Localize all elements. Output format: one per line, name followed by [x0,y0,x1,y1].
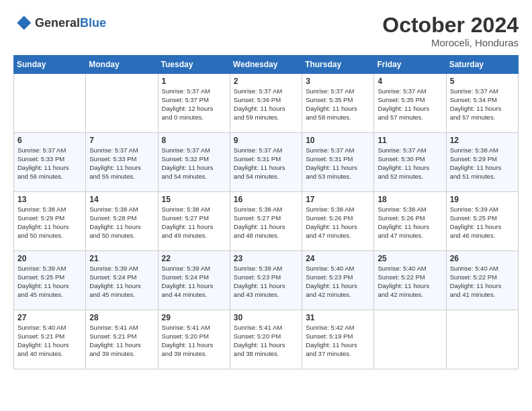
calendar-cell: 27Sunrise: 5:40 AM Sunset: 5:21 PM Dayli… [14,310,86,369]
logo-blue: Blue [80,16,106,30]
logo-icon [13,13,32,32]
day-number: 6 [17,136,82,145]
calendar-cell: 19Sunrise: 5:39 AM Sunset: 5:25 PM Dayli… [446,192,518,251]
day-number: 27 [17,313,82,322]
cell-info: Sunrise: 5:37 AM Sunset: 5:32 PM Dayligh… [162,146,226,181]
day-number: 9 [234,136,298,145]
column-header-saturday: Saturday [446,56,518,74]
calendar-cell: 30Sunrise: 5:41 AM Sunset: 5:20 PM Dayli… [230,310,302,369]
calendar-cell: 21Sunrise: 5:39 AM Sunset: 5:24 PM Dayli… [86,251,158,310]
page-header: GeneralBlue October 2024 Moroceli, Hondu… [13,13,519,48]
day-number: 18 [378,195,442,204]
calendar-cell [86,74,158,133]
title-block: October 2024 Moroceli, Honduras [382,13,519,48]
calendar-cell: 7Sunrise: 5:37 AM Sunset: 5:33 PM Daylig… [86,133,158,192]
day-number: 12 [450,136,515,145]
column-header-sunday: Sunday [14,56,86,74]
cell-info: Sunrise: 5:37 AM Sunset: 5:31 PM Dayligh… [234,146,298,181]
cell-info: Sunrise: 5:38 AM Sunset: 5:26 PM Dayligh… [306,205,370,240]
day-number: 2 [234,77,298,86]
cell-info: Sunrise: 5:38 AM Sunset: 5:28 PM Dayligh… [89,205,154,240]
cell-info: Sunrise: 5:40 AM Sunset: 5:21 PM Dayligh… [17,324,82,358]
cell-info: Sunrise: 5:40 AM Sunset: 5:22 PM Dayligh… [378,265,442,299]
cell-info: Sunrise: 5:39 AM Sunset: 5:25 PM Dayligh… [17,265,82,299]
cell-info: Sunrise: 5:37 AM Sunset: 5:33 PM Dayligh… [17,146,82,181]
cell-info: Sunrise: 5:40 AM Sunset: 5:22 PM Dayligh… [450,265,515,299]
calendar-cell: 15Sunrise: 5:38 AM Sunset: 5:27 PM Dayli… [158,192,230,251]
calendar-table: SundayMondayTuesdayWednesdayThursdayFrid… [13,55,519,369]
day-number: 10 [306,136,370,145]
day-number: 21 [89,254,154,263]
day-number: 11 [378,136,442,145]
calendar-cell: 23Sunrise: 5:39 AM Sunset: 5:23 PM Dayli… [230,251,302,310]
calendar-cell: 9Sunrise: 5:37 AM Sunset: 5:31 PM Daylig… [230,133,302,192]
calendar-cell: 20Sunrise: 5:39 AM Sunset: 5:25 PM Dayli… [14,251,86,310]
calendar-cell: 28Sunrise: 5:41 AM Sunset: 5:21 PM Dayli… [86,310,158,369]
calendar-cell: 6Sunrise: 5:37 AM Sunset: 5:33 PM Daylig… [14,133,86,192]
day-number: 8 [162,136,226,145]
cell-info: Sunrise: 5:38 AM Sunset: 5:29 PM Dayligh… [450,146,515,181]
calendar-cell: 11Sunrise: 5:37 AM Sunset: 5:30 PM Dayli… [374,133,446,192]
column-header-thursday: Thursday [302,56,374,74]
calendar-cell: 24Sunrise: 5:40 AM Sunset: 5:23 PM Dayli… [302,251,374,310]
cell-info: Sunrise: 5:37 AM Sunset: 5:33 PM Dayligh… [89,146,154,181]
day-number: 26 [450,254,515,263]
svg-marker-0 [17,16,31,30]
column-header-monday: Monday [86,56,158,74]
day-number: 29 [162,313,226,322]
cell-info: Sunrise: 5:37 AM Sunset: 5:30 PM Dayligh… [378,146,442,181]
cell-info: Sunrise: 5:37 AM Sunset: 5:35 PM Dayligh… [306,87,370,122]
day-number: 15 [162,195,226,204]
column-header-tuesday: Tuesday [158,56,230,74]
week-row-1: 1Sunrise: 5:37 AM Sunset: 5:37 PM Daylig… [14,74,519,133]
calendar-cell: 22Sunrise: 5:39 AM Sunset: 5:24 PM Dayli… [158,251,230,310]
day-number: 5 [450,77,515,86]
week-row-2: 6Sunrise: 5:37 AM Sunset: 5:33 PM Daylig… [14,133,519,192]
column-header-wednesday: Wednesday [230,56,302,74]
calendar-cell: 31Sunrise: 5:42 AM Sunset: 5:19 PM Dayli… [302,310,374,369]
calendar-cell: 29Sunrise: 5:41 AM Sunset: 5:20 PM Dayli… [158,310,230,369]
column-header-friday: Friday [374,56,446,74]
calendar-cell [446,310,518,369]
calendar-cell [14,74,86,133]
day-number: 7 [89,136,154,145]
calendar-cell: 8Sunrise: 5:37 AM Sunset: 5:32 PM Daylig… [158,133,230,192]
cell-info: Sunrise: 5:37 AM Sunset: 5:35 PM Dayligh… [378,87,442,122]
location-subtitle: Moroceli, Honduras [382,37,519,48]
week-row-4: 20Sunrise: 5:39 AM Sunset: 5:25 PM Dayli… [14,251,519,310]
day-number: 28 [89,313,154,322]
cell-info: Sunrise: 5:41 AM Sunset: 5:20 PM Dayligh… [162,324,226,358]
logo-general: General [35,16,80,30]
calendar-cell: 12Sunrise: 5:38 AM Sunset: 5:29 PM Dayli… [446,133,518,192]
calendar-cell: 16Sunrise: 5:38 AM Sunset: 5:27 PM Dayli… [230,192,302,251]
calendar-cell: 10Sunrise: 5:37 AM Sunset: 5:31 PM Dayli… [302,133,374,192]
calendar-cell: 18Sunrise: 5:38 AM Sunset: 5:26 PM Dayli… [374,192,446,251]
calendar-cell: 2Sunrise: 5:37 AM Sunset: 5:36 PM Daylig… [230,74,302,133]
cell-info: Sunrise: 5:39 AM Sunset: 5:24 PM Dayligh… [89,265,154,299]
cell-info: Sunrise: 5:37 AM Sunset: 5:34 PM Dayligh… [450,87,515,122]
calendar-cell: 1Sunrise: 5:37 AM Sunset: 5:37 PM Daylig… [158,74,230,133]
day-number: 13 [17,195,82,204]
day-number: 20 [17,254,82,263]
calendar-cell: 25Sunrise: 5:40 AM Sunset: 5:22 PM Dayli… [374,251,446,310]
week-row-3: 13Sunrise: 5:38 AM Sunset: 5:29 PM Dayli… [14,192,519,251]
cell-info: Sunrise: 5:37 AM Sunset: 5:37 PM Dayligh… [162,87,226,122]
day-number: 14 [89,195,154,204]
cell-info: Sunrise: 5:39 AM Sunset: 5:24 PM Dayligh… [162,265,226,299]
day-number: 3 [306,77,370,86]
day-number: 23 [234,254,298,263]
calendar-cell: 17Sunrise: 5:38 AM Sunset: 5:26 PM Dayli… [302,192,374,251]
calendar-cell: 14Sunrise: 5:38 AM Sunset: 5:28 PM Dayli… [86,192,158,251]
week-row-5: 27Sunrise: 5:40 AM Sunset: 5:21 PM Dayli… [14,310,519,369]
day-number: 1 [162,77,226,86]
cell-info: Sunrise: 5:37 AM Sunset: 5:31 PM Dayligh… [306,146,370,181]
cell-info: Sunrise: 5:38 AM Sunset: 5:26 PM Dayligh… [378,205,442,240]
calendar-cell [374,310,446,369]
calendar-cell: 13Sunrise: 5:38 AM Sunset: 5:29 PM Dayli… [14,192,86,251]
day-number: 16 [234,195,298,204]
day-number: 24 [306,254,370,263]
cell-info: Sunrise: 5:38 AM Sunset: 5:27 PM Dayligh… [234,205,298,240]
day-number: 4 [378,77,442,86]
cell-info: Sunrise: 5:40 AM Sunset: 5:23 PM Dayligh… [306,265,370,299]
cell-info: Sunrise: 5:38 AM Sunset: 5:27 PM Dayligh… [162,205,226,240]
